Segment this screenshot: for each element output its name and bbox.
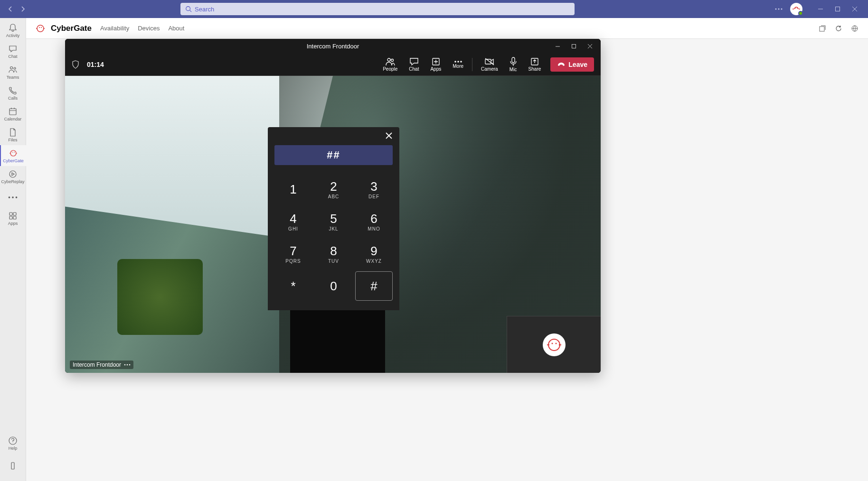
- call-titlebar: Intercom Frontdoor: [65, 39, 601, 53]
- call-title: Intercom Frontdoor: [307, 43, 359, 50]
- svg-rect-37: [512, 57, 515, 63]
- close-button[interactable]: [846, 2, 863, 16]
- svg-point-9: [14, 67, 16, 69]
- call-toolbar: 01:14 People Chat Apps More Camera: [65, 53, 601, 76]
- call-window: Intercom Frontdoor 01:14 People Chat App…: [65, 39, 601, 373]
- svg-point-16: [12, 196, 14, 198]
- svg-point-14: [9, 171, 16, 177]
- apps-add-icon: [432, 57, 440, 66]
- share-button[interactable]: Share: [523, 57, 547, 72]
- svg-point-8: [10, 66, 13, 69]
- people-button[interactable]: People: [377, 57, 403, 72]
- dialkey-5[interactable]: 5JKL: [315, 207, 352, 236]
- svg-point-30: [387, 58, 390, 61]
- teams-icon: [8, 65, 18, 74]
- tab-devices[interactable]: Devices: [138, 25, 160, 32]
- dialkey-6[interactable]: 6MNO: [355, 207, 393, 236]
- rail-activity[interactable]: Activity: [0, 20, 26, 41]
- chat-icon: [409, 57, 419, 66]
- more-button[interactable]: More: [447, 60, 469, 69]
- svg-point-43: [551, 342, 553, 344]
- dialpad-close-button[interactable]: [383, 130, 395, 141]
- svg-rect-19: [13, 213, 16, 215]
- dialkey-7[interactable]: 7PQRS: [274, 239, 312, 268]
- titlebar: Search: [0, 0, 868, 18]
- dialkey-8[interactable]: 8TUV: [315, 239, 352, 268]
- device-icon: [8, 461, 18, 471]
- app-header: CyberGate Availability Devices About: [26, 18, 868, 39]
- search-input[interactable]: Search: [180, 3, 575, 15]
- minimize-button[interactable]: [812, 2, 829, 16]
- svg-point-3: [781, 9, 783, 10]
- calendar-icon: [8, 107, 18, 116]
- video-area: ## 12ABC3DEF4GHI5JKL6MNO7PQRS8TUV9WXYZ*0…: [65, 76, 601, 373]
- rail-help[interactable]: Help: [0, 433, 26, 453]
- dialkey-3[interactable]: 3DEF: [355, 175, 393, 204]
- call-maximize-button[interactable]: [566, 39, 582, 53]
- more-icon: [8, 193, 18, 202]
- app-title: CyberGate: [51, 24, 92, 33]
- rail-more[interactable]: [0, 187, 26, 208]
- dialkey-9[interactable]: 9WXYZ: [355, 239, 393, 268]
- popout-icon[interactable]: [818, 24, 827, 33]
- svg-point-6: [797, 8, 798, 9]
- svg-rect-27: [820, 27, 824, 31]
- svg-rect-10: [9, 109, 16, 115]
- nav-forward-button[interactable]: [17, 3, 28, 15]
- self-view[interactable]: [507, 316, 601, 373]
- svg-rect-21: [13, 216, 16, 219]
- rail-calendar[interactable]: Calendar: [0, 103, 26, 124]
- rail-calls[interactable]: Calls: [0, 83, 26, 103]
- apps-icon: [8, 211, 18, 221]
- call-minimize-button[interactable]: [549, 39, 566, 53]
- tab-availability[interactable]: Availability: [100, 25, 129, 32]
- maximize-button[interactable]: [829, 2, 846, 16]
- svg-point-13: [14, 152, 15, 153]
- search-placeholder: Search: [195, 6, 214, 13]
- svg-point-33: [454, 61, 456, 63]
- self-avatar-icon: [543, 333, 566, 356]
- rail-chat[interactable]: Chat: [0, 41, 26, 62]
- svg-point-41: [129, 364, 131, 366]
- svg-point-5: [795, 8, 796, 9]
- refresh-icon[interactable]: [834, 24, 843, 33]
- dialpad-display: ##: [274, 145, 393, 165]
- rail-teams[interactable]: Teams: [0, 62, 26, 83]
- chat-button[interactable]: Chat: [403, 57, 425, 72]
- apps-button[interactable]: Apps: [425, 57, 447, 72]
- cybergate-icon: [9, 148, 18, 158]
- camera-button[interactable]: Camera: [475, 57, 504, 72]
- mic-button[interactable]: Mic: [504, 57, 523, 72]
- svg-point-12: [12, 152, 13, 153]
- rail-device[interactable]: [0, 455, 26, 476]
- shield-icon[interactable]: [72, 60, 79, 69]
- leave-button[interactable]: Leave: [550, 57, 594, 72]
- nav-back-button[interactable]: [5, 3, 16, 15]
- rail-apps[interactable]: Apps: [0, 208, 26, 229]
- dialkey-*[interactable]: *: [274, 271, 312, 301]
- svg-point-35: [460, 61, 462, 63]
- participant-more-icon[interactable]: [124, 364, 131, 366]
- dialkey-1[interactable]: 1: [274, 175, 312, 204]
- svg-point-39: [124, 364, 126, 366]
- rail-files[interactable]: Files: [0, 124, 26, 145]
- dialkey-2[interactable]: 2ABC: [315, 175, 352, 204]
- globe-icon[interactable]: [850, 24, 859, 33]
- svg-rect-29: [572, 44, 576, 48]
- user-avatar[interactable]: [790, 3, 802, 15]
- rail-cybereplay[interactable]: CybeReplay: [0, 166, 26, 187]
- rail-cybergate[interactable]: CyberGate: [0, 145, 26, 166]
- tab-about[interactable]: About: [168, 25, 184, 32]
- call-close-button[interactable]: [582, 39, 598, 53]
- svg-point-1: [775, 9, 777, 10]
- svg-point-2: [778, 9, 780, 10]
- dialpad: ## 12ABC3DEF4GHI5JKL6MNO7PQRS8TUV9WXYZ*0…: [268, 127, 399, 310]
- dialkey-#[interactable]: #: [355, 271, 393, 301]
- dialkey-4[interactable]: 4GHI: [274, 207, 312, 236]
- dialkey-0[interactable]: 0: [315, 271, 352, 301]
- svg-point-34: [457, 61, 459, 63]
- participant-label: Intercom Frontdoor: [70, 361, 133, 369]
- svg-rect-18: [9, 213, 12, 215]
- left-rail: Activity Chat Teams Calls Calendar Files…: [0, 18, 26, 481]
- more-options-icon[interactable]: [773, 3, 784, 15]
